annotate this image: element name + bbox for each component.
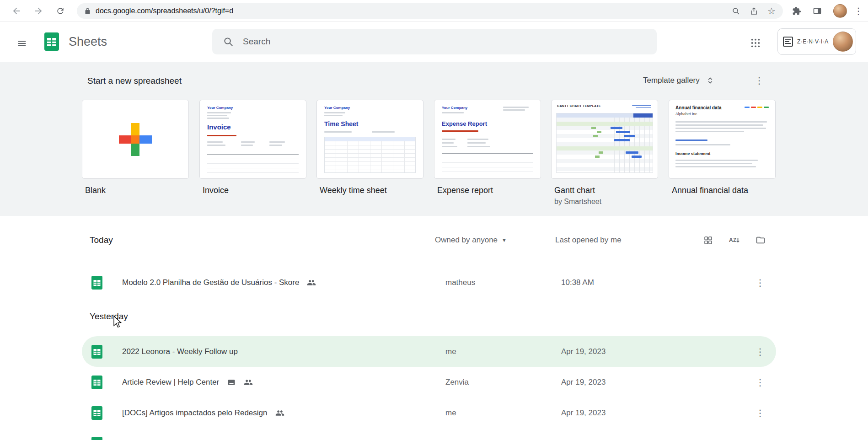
three-dots-icon: ⋮ xyxy=(755,378,765,387)
file-last-opened: Apr 19, 2023 xyxy=(561,408,605,418)
file-row-partial[interactable]: [Attention] Artigos impactados pelo rede… xyxy=(0,428,868,440)
three-dots-icon: ⋮ xyxy=(854,6,863,16)
template-label: Blank xyxy=(82,186,189,195)
template-card-blank[interactable] xyxy=(82,100,189,179)
template-section: Start a new spreadsheet Template gallery… xyxy=(0,62,868,216)
google-apps-button[interactable] xyxy=(745,33,766,53)
template-card-annual-column: Annual financial data Alphabet Inc. Inco… xyxy=(669,100,776,195)
file-last-opened: 10:38 AM xyxy=(561,278,594,287)
three-dots-icon: ⋮ xyxy=(755,278,765,287)
url-text: docs.google.com/spreadsheets/u/0/?tgif=d xyxy=(96,7,233,15)
shared-people-icon xyxy=(275,408,284,418)
browser-refresh-button[interactable] xyxy=(54,5,67,17)
shared-people-icon xyxy=(307,278,316,287)
app-header: Sheets Z·E·N·V·I·A xyxy=(0,22,868,62)
apps-grid-icon xyxy=(750,38,761,48)
last-opened-label: Last opened by me xyxy=(555,236,622,245)
forward-icon xyxy=(33,6,43,16)
browser-forward-button[interactable] xyxy=(32,5,45,17)
file-more-button[interactable]: ⋮ xyxy=(752,405,768,421)
template-thumbnail-gantt: GANTT CHART TEMPLATE xyxy=(552,100,658,178)
file-owner: me xyxy=(445,408,456,418)
search-bar xyxy=(212,29,657,54)
puzzle-icon xyxy=(792,6,801,16)
svg-text:A: A xyxy=(729,237,733,243)
sort-button[interactable]: A Z xyxy=(725,231,743,249)
template-card-timesheet[interactable]: Your Company Time Sheet xyxy=(316,100,423,179)
file-more-button[interactable]: ⋮ xyxy=(752,343,768,360)
lock-icon xyxy=(84,8,91,15)
file-name: Article Review | Help Center xyxy=(122,378,253,387)
three-dots-icon: ⋮ xyxy=(755,75,764,86)
browser-toolbar: docs.google.com/spreadsheets/u/0/?tgif=d… xyxy=(0,0,868,22)
presentation-icon xyxy=(227,378,236,387)
search-icon xyxy=(223,37,234,47)
template-card-expense[interactable]: Your Company Expense Report xyxy=(434,100,541,179)
file-owner: me xyxy=(445,347,456,356)
file-row-selected[interactable]: 2022 Leonora - Weekly Follow up me Apr 1… xyxy=(0,336,868,367)
owner-filter-label: Owned by anyone xyxy=(435,236,498,245)
template-card-blank-column: Blank xyxy=(82,100,189,195)
sort-az-icon: A Z xyxy=(729,235,739,246)
sheets-file-icon xyxy=(91,345,102,359)
unfold-icon xyxy=(706,76,714,85)
account-avatar[interactable] xyxy=(833,32,853,52)
sheets-logo[interactable] xyxy=(44,32,59,51)
browser-menu-button[interactable]: ⋮ xyxy=(852,4,865,18)
template-thumbnail-annual: Annual financial data Alphabet Inc. Inco… xyxy=(669,100,775,178)
template-card-annual[interactable]: Annual financial data Alphabet Inc. Inco… xyxy=(669,100,776,179)
three-dots-icon: ⋮ xyxy=(755,347,765,356)
app-title: Sheets xyxy=(69,35,107,49)
grid-view-button[interactable] xyxy=(699,231,717,249)
file-more-button[interactable]: ⋮ xyxy=(752,435,768,440)
template-card-timesheet-column: Your Company Time Sheet Weekly time shee… xyxy=(316,100,423,195)
template-card-gantt[interactable]: GANTT CHART TEMPLATE xyxy=(551,100,658,179)
hamburger-icon xyxy=(17,38,27,48)
template-sublabel: by Smartsheet xyxy=(551,198,658,206)
browser-profile-avatar[interactable] xyxy=(833,4,847,18)
svg-text:Z: Z xyxy=(733,237,736,243)
file-row[interactable]: [DOCs] Artigos impactados pelo Redesign … xyxy=(0,397,868,428)
owner-filter-dropdown[interactable]: Owned by anyone ▼ xyxy=(435,231,507,249)
template-label: Gantt chart xyxy=(551,186,658,195)
file-owner: matheus xyxy=(445,278,475,287)
file-more-button[interactable]: ⋮ xyxy=(752,374,768,391)
template-label: Expense report xyxy=(434,186,541,195)
dropdown-caret-icon: ▼ xyxy=(502,237,507,243)
browser-back-button[interactable] xyxy=(10,5,23,17)
file-row[interactable]: Modelo 2.0 Planilha de Gestão de Usuário… xyxy=(0,267,868,298)
sheets-file-icon xyxy=(91,406,102,420)
template-card-expense-column: Your Company Expense Report Expense repo… xyxy=(434,100,541,195)
file-more-button[interactable]: ⋮ xyxy=(752,274,768,291)
template-thumbnail-timesheet: Your Company Time Sheet xyxy=(317,100,423,178)
open-file-picker-button[interactable] xyxy=(751,231,770,249)
side-panel-button[interactable] xyxy=(810,4,824,18)
main-menu-button[interactable] xyxy=(13,34,31,53)
address-bar[interactable]: docs.google.com/spreadsheets/u/0/?tgif=d… xyxy=(77,3,783,19)
file-list-section: Today Owned by anyone ▼ Last opened by m… xyxy=(0,216,868,440)
side-panel-icon xyxy=(813,6,822,16)
template-section-menu-button[interactable]: ⋮ xyxy=(751,72,767,89)
three-dots-icon: ⋮ xyxy=(755,408,765,418)
template-card-invoice-column: Your Company Invoice Invoice xyxy=(199,100,306,195)
template-label: Weekly time sheet xyxy=(316,186,423,195)
google-sheets-home: docs.google.com/spreadsheets/u/0/?tgif=d… xyxy=(0,0,868,440)
template-gallery-button[interactable]: Template gallery xyxy=(639,71,718,90)
account-badge[interactable]: Z·E·N·V·I·A xyxy=(777,28,856,55)
mouse-cursor xyxy=(113,316,123,329)
refresh-icon xyxy=(56,6,65,16)
last-opened-sort[interactable]: Last opened by me xyxy=(555,231,622,249)
file-row[interactable]: Article Review | Help Center Zenvia Apr … xyxy=(0,367,868,397)
search-input[interactable] xyxy=(243,37,651,47)
file-name: Modelo 2.0 Planilha de Gestão de Usuário… xyxy=(122,278,316,287)
sheets-file-icon xyxy=(91,437,102,440)
template-card-invoice[interactable]: Your Company Invoice xyxy=(199,100,306,179)
blank-plus-icon xyxy=(119,123,152,156)
bookmark-star-icon[interactable]: ☆ xyxy=(767,5,776,16)
zenvia-logo-icon xyxy=(783,37,793,47)
zoom-icon[interactable] xyxy=(732,7,740,16)
extensions-button[interactable] xyxy=(790,4,804,18)
sheets-file-icon xyxy=(91,376,102,389)
back-icon xyxy=(11,6,21,16)
share-icon[interactable] xyxy=(750,7,758,16)
